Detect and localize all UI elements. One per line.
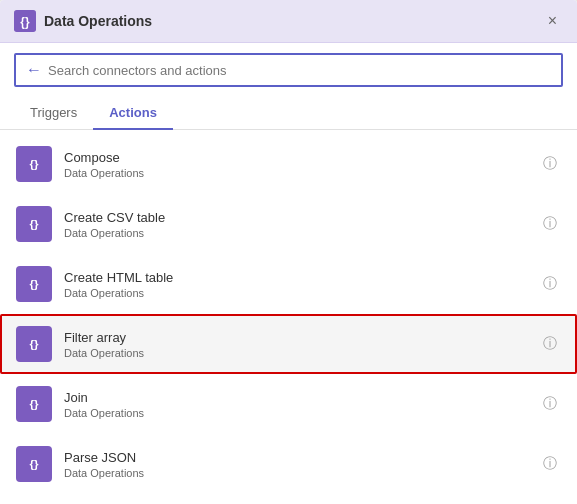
info-button[interactable]: ⓘ	[539, 331, 561, 357]
svg-text:{}: {}	[29, 217, 39, 230]
info-icon: ⓘ	[543, 275, 557, 293]
info-button[interactable]: ⓘ	[539, 211, 561, 237]
list-item[interactable]: {} Join Data Operations ⓘ	[0, 374, 577, 434]
svg-text:{}: {}	[29, 397, 39, 410]
action-category: Data Operations	[64, 287, 539, 299]
action-category: Data Operations	[64, 227, 539, 239]
list-item[interactable]: {} Create HTML table Data Operations ⓘ	[0, 254, 577, 314]
info-icon: ⓘ	[543, 155, 557, 173]
action-icon: {}	[16, 146, 52, 182]
info-icon: ⓘ	[543, 215, 557, 233]
action-info: Compose Data Operations	[64, 150, 539, 179]
action-category: Data Operations	[64, 467, 539, 479]
action-name: Parse JSON	[64, 450, 539, 465]
action-info: Create CSV table Data Operations	[64, 210, 539, 239]
data-operations-icon: {}	[14, 10, 36, 32]
info-icon: ⓘ	[543, 395, 557, 413]
back-icon: ←	[26, 61, 42, 79]
title-bar: {} Data Operations ×	[0, 0, 577, 43]
action-list: {} Compose Data Operations ⓘ {} Create C…	[0, 134, 577, 504]
action-name: Create HTML table	[64, 270, 539, 285]
search-bar: ←	[14, 53, 563, 87]
info-icon: ⓘ	[543, 335, 557, 353]
tab-actions[interactable]: Actions	[93, 97, 173, 130]
action-icon: {}	[16, 206, 52, 242]
back-button[interactable]: ←	[26, 61, 42, 79]
dialog-title: Data Operations	[44, 13, 542, 29]
action-icon: {}	[16, 446, 52, 482]
close-button[interactable]: ×	[542, 10, 563, 32]
action-category: Data Operations	[64, 167, 539, 179]
info-button[interactable]: ⓘ	[539, 151, 561, 177]
info-icon: ⓘ	[543, 455, 557, 473]
svg-text:{}: {}	[29, 157, 39, 170]
svg-text:{}: {}	[29, 337, 39, 350]
action-icon: {}	[16, 386, 52, 422]
search-input[interactable]	[48, 63, 551, 78]
action-info: Join Data Operations	[64, 390, 539, 419]
action-category: Data Operations	[64, 407, 539, 419]
svg-text:{}: {}	[20, 15, 30, 29]
tab-triggers[interactable]: Triggers	[14, 97, 93, 130]
info-button[interactable]: ⓘ	[539, 451, 561, 477]
action-category: Data Operations	[64, 347, 539, 359]
action-name: Compose	[64, 150, 539, 165]
list-item[interactable]: {} Parse JSON Data Operations ⓘ	[0, 434, 577, 494]
action-name: Join	[64, 390, 539, 405]
info-button[interactable]: ⓘ	[539, 391, 561, 417]
list-item[interactable]: {} Select Data Operations ⓘ	[0, 494, 577, 504]
svg-text:{}: {}	[29, 277, 39, 290]
action-info: Create HTML table Data Operations	[64, 270, 539, 299]
list-item-selected[interactable]: {} Filter array Data Operations ⓘ	[0, 314, 577, 374]
action-name: Filter array	[64, 330, 539, 345]
action-icon: {}	[16, 326, 52, 362]
tabs-bar: Triggers Actions	[0, 97, 577, 130]
list-item[interactable]: {} Create CSV table Data Operations ⓘ	[0, 194, 577, 254]
svg-text:{}: {}	[29, 457, 39, 470]
dialog: {} Data Operations × ← Triggers Actions …	[0, 0, 577, 504]
action-icon: {}	[16, 266, 52, 302]
action-info: Parse JSON Data Operations	[64, 450, 539, 479]
list-item[interactable]: {} Compose Data Operations ⓘ	[0, 134, 577, 194]
action-info: Filter array Data Operations	[64, 330, 539, 359]
action-name: Create CSV table	[64, 210, 539, 225]
info-button[interactable]: ⓘ	[539, 271, 561, 297]
